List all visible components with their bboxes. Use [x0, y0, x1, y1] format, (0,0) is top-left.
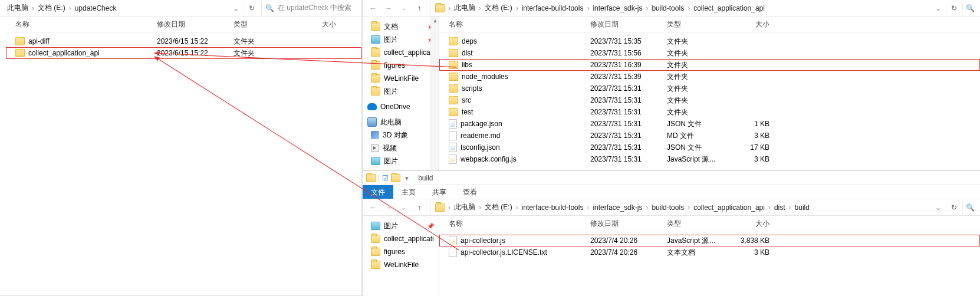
- tab-file[interactable]: 文件: [363, 185, 393, 199]
- breadcrumb-segment[interactable]: 此电脑: [452, 3, 478, 13]
- sidebar-item[interactable]: collect_applicati: [363, 46, 439, 59]
- sidebar-item[interactable]: 3D 对象: [363, 129, 439, 142]
- nav-back-icon[interactable]: ←: [366, 1, 380, 15]
- file-type: 文件夹: [662, 107, 727, 117]
- table-row[interactable]: reademe.md2023/7/31 15:31MD 文件3 KB: [439, 130, 980, 142]
- breadcrumb-segment[interactable]: collect_application_api: [691, 203, 767, 212]
- sidebar-item-label: 文档: [384, 22, 398, 32]
- sidebar-item[interactable]: 图片: [363, 154, 439, 167]
- chevron-down-icon[interactable]: ⌄: [932, 203, 945, 212]
- col-date[interactable]: 修改日期: [586, 219, 662, 229]
- sidebar-item[interactable]: 此电脑: [363, 116, 439, 129]
- col-type[interactable]: 类型: [662, 19, 727, 29]
- ribbon-tabs[interactable]: 文件 主页 共享 查看: [363, 185, 980, 199]
- sidebar-item[interactable]: OneDrive: [363, 100, 439, 113]
- sidebar-item[interactable]: 视频: [363, 142, 439, 154]
- breadcrumb-segment[interactable]: interface-build-tools: [519, 4, 586, 12]
- search-input[interactable]: 🔍 在 updateCheck 中搜索: [261, 2, 361, 15]
- chevron-down-icon[interactable]: ⌄: [229, 4, 242, 12]
- column-headers[interactable]: 名称 修改日期 类型 大小: [439, 216, 980, 232]
- sidebar-item[interactable]: 图片📌: [363, 33, 439, 46]
- breadcrumb-segment[interactable]: 文档 (E:): [482, 202, 515, 212]
- nav-sidebar[interactable]: ▲ 文档📌图片📌collect_applicatifiguresWeLinkFi…: [363, 17, 439, 170]
- col-name[interactable]: 名称: [11, 19, 152, 29]
- nav-recent-icon[interactable]: ⌄: [397, 1, 411, 15]
- refresh-icon[interactable]: ↻: [946, 200, 961, 215]
- nav-up-icon[interactable]: ↑: [412, 1, 426, 15]
- sidebar-item[interactable]: figures: [363, 59, 439, 72]
- col-type[interactable]: 类型: [662, 219, 727, 229]
- breadcrumb-segment[interactable]: build: [792, 203, 812, 212]
- column-headers[interactable]: 名称 修改日期 类型 大小: [6, 17, 361, 33]
- search-icon[interactable]: 🔍: [962, 200, 978, 215]
- nav-recent-icon[interactable]: ⌄: [397, 200, 411, 215]
- col-name[interactable]: 名称: [444, 219, 586, 229]
- refresh-icon[interactable]: ↻: [244, 1, 259, 15]
- tab-share[interactable]: 共享: [424, 185, 455, 199]
- breadcrumb-segment[interactable]: build-tools: [649, 203, 686, 212]
- sidebar-item[interactable]: collect_applicati: [363, 232, 439, 245]
- breadcrumb[interactable]: › 此电脑›文档 (E:)›interface-build-tools›inte…: [430, 199, 929, 215]
- table-row[interactable]: api-collector.js2023/7/4 20:26JavaScript…: [439, 235, 980, 246]
- sidebar-item[interactable]: 图片📌: [363, 219, 439, 232]
- search-icon[interactable]: 🔍: [962, 1, 978, 15]
- breadcrumb-segment[interactable]: interface_sdk-js: [590, 4, 644, 12]
- table-row[interactable]: api-collector.js.LICENSE.txt2023/7/4 20:…: [439, 246, 980, 258]
- table-row[interactable]: tsconfig.json2023/7/31 15:31JSON 文件17 KB: [439, 142, 980, 153]
- refresh-icon[interactable]: ↻: [946, 1, 961, 15]
- sidebar-item[interactable]: 图片: [363, 85, 439, 98]
- col-date[interactable]: 修改日期: [586, 19, 662, 29]
- nav-forward-icon[interactable]: →: [382, 1, 396, 15]
- col-size[interactable]: 大小: [727, 219, 774, 229]
- table-row[interactable]: collect_application_api2023/6/15 15:22文件…: [6, 47, 361, 59]
- onedrive-icon: [367, 103, 377, 110]
- tab-home[interactable]: 主页: [393, 185, 424, 199]
- picture-icon: [371, 35, 380, 44]
- breadcrumb[interactable]: › 此电脑›文档 (E:)›interface-build-tools›inte…: [430, 0, 929, 16]
- nav-back-icon[interactable]: ←: [366, 200, 380, 215]
- table-row[interactable]: deps2023/7/31 15:35文件夹: [439, 35, 980, 47]
- col-type[interactable]: 类型: [229, 19, 294, 29]
- tab-view[interactable]: 查看: [455, 185, 485, 199]
- breadcrumb-segment[interactable]: 文档 (E:): [35, 3, 68, 13]
- sidebar-item[interactable]: 文档📌: [363, 20, 439, 33]
- table-row[interactable]: test2023/7/31 15:31文件夹: [439, 106, 980, 118]
- table-row[interactable]: dist2023/7/31 15:56文件夹: [439, 47, 980, 59]
- breadcrumb-segment[interactable]: interface-build-tools: [519, 203, 586, 212]
- sidebar-item[interactable]: WeLinkFile: [363, 72, 439, 85]
- chevron-down-icon[interactable]: ⌄: [932, 4, 945, 12]
- sidebar-item[interactable]: figures: [363, 245, 439, 258]
- table-row[interactable]: api-diff2023/6/15 15:22文件夹: [6, 35, 361, 47]
- breadcrumb-segment[interactable]: collect_application_api: [691, 4, 767, 12]
- breadcrumb-segment[interactable]: 此电脑: [5, 3, 31, 13]
- breadcrumb-segment[interactable]: 此电脑: [452, 202, 478, 212]
- breadcrumb-segment[interactable]: updateCheck: [73, 4, 119, 12]
- nav-sidebar[interactable]: 图片📌collect_applicatifiguresWeLinkFile: [363, 216, 439, 296]
- qa-overflow-icon[interactable]: ▾: [403, 174, 409, 182]
- column-headers[interactable]: 名称 修改日期 类型 大小: [439, 17, 980, 33]
- col-name[interactable]: 名称: [444, 19, 586, 29]
- file-type: 文件夹: [229, 37, 294, 47]
- breadcrumb-segment[interactable]: 文档 (E:): [482, 3, 515, 13]
- sidebar-item[interactable]: WeLinkFile: [363, 258, 439, 271]
- col-date[interactable]: 修改日期: [152, 19, 229, 29]
- pin-icon: 📌: [427, 223, 434, 229]
- breadcrumb-segment[interactable]: dist: [772, 203, 788, 212]
- breadcrumb-segment[interactable]: interface_sdk-js: [590, 203, 644, 212]
- table-row[interactable]: package.json2023/7/31 15:31JSON 文件1 KB: [439, 118, 980, 130]
- table-row[interactable]: webpack.config.js2023/7/31 15:31JavaScri…: [439, 153, 980, 165]
- nav-up-icon[interactable]: ↑: [412, 200, 426, 215]
- chevron-right-icon: ›: [767, 203, 772, 212]
- table-row[interactable]: libs2023/7/31 16:39文件夹: [439, 59, 980, 71]
- table-row[interactable]: src2023/7/31 15:31文件夹: [439, 94, 980, 106]
- table-row[interactable]: node_modules2023/7/31 15:39文件夹: [439, 71, 980, 83]
- scroll-up-icon[interactable]: ▲: [431, 17, 439, 25]
- breadcrumb[interactable]: 此电脑›文档 (E:)›updateCheck: [0, 0, 227, 16]
- nav-forward-icon[interactable]: →: [382, 200, 396, 215]
- col-size[interactable]: 大小: [727, 19, 774, 29]
- breadcrumb-segment[interactable]: build-tools: [649, 4, 686, 12]
- col-size[interactable]: 大小: [294, 19, 341, 29]
- table-row[interactable]: scripts2023/7/31 15:31文件夹: [439, 83, 980, 94]
- qa-check-icon[interactable]: ☑: [382, 174, 389, 182]
- scrollbar[interactable]: ▲: [430, 17, 439, 170]
